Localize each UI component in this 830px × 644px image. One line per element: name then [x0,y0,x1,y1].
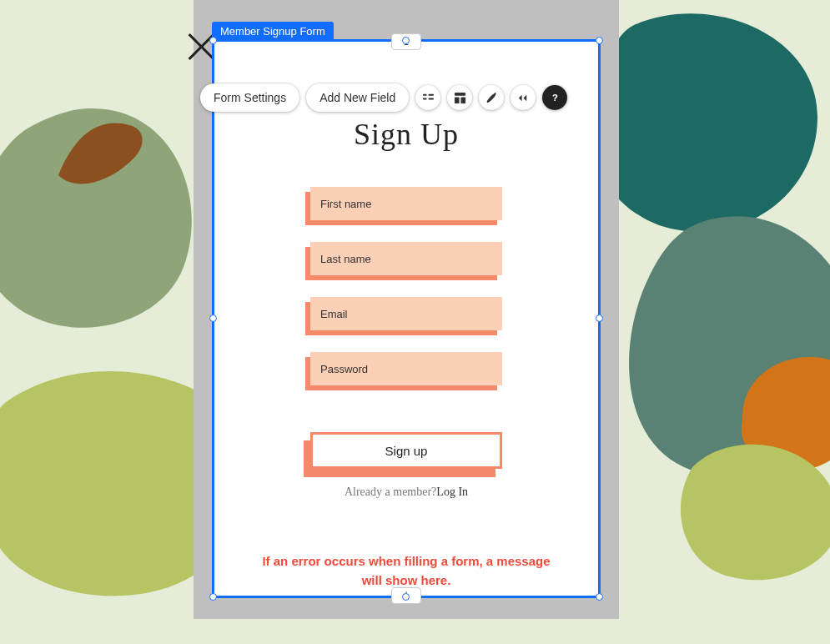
svg-text:?: ? [552,93,558,103]
last-name-input[interactable] [310,242,502,275]
form-settings-button[interactable]: Form Settings [200,83,299,112]
svg-rect-5 [455,97,460,103]
password-input[interactable] [310,352,502,385]
submit-wrap: Sign up [310,432,502,469]
resize-handle-tr[interactable] [596,37,603,44]
resize-handle-mr[interactable] [596,314,603,322]
animation-icon[interactable] [511,85,536,110]
field-last-name [310,242,502,275]
first-name-input[interactable] [310,187,502,220]
selection-label: Member Signup Form [212,22,334,42]
add-new-field-button[interactable]: Add New Field [306,83,409,112]
form-title: Sign Up [354,117,459,152]
resize-handle-tl[interactable] [209,37,217,44]
design-icon[interactable] [447,85,472,110]
layout-icon[interactable] [415,85,440,110]
field-password [310,352,502,385]
login-link[interactable]: Log In [436,486,468,498]
signup-button[interactable]: Sign up [310,432,502,469]
bg-blob [50,117,150,192]
svg-rect-4 [455,92,465,95]
signup-form: Sign Up Sign up Already a member?Log In … [214,42,598,606]
field-email [310,297,502,330]
email-input[interactable] [310,297,502,330]
help-icon[interactable]: ? [542,85,567,110]
resize-handle-tm[interactable] [402,37,410,44]
resize-handle-bm[interactable] [402,593,410,601]
field-first-name [310,187,502,220]
floating-toolbar: Form Settings Add New Field ? [200,83,567,112]
bg-blob [676,434,830,584]
brush-icon[interactable] [479,85,504,110]
svg-rect-6 [460,97,465,103]
error-message: If an error occurs when filling a form, … [256,552,556,590]
svg-rect-1 [428,93,434,95]
selected-element-frame[interactable]: Member Signup Form ⤓ ⤓ Sign Up Sign up [212,39,601,598]
already-member-label: Already a member? [345,486,436,498]
resize-handle-bl[interactable] [209,593,217,601]
resize-handle-ml[interactable] [209,314,217,322]
already-member-text: Already a member?Log In [345,486,468,499]
resize-handle-br[interactable] [596,593,603,601]
svg-rect-0 [423,93,427,95]
svg-rect-3 [428,98,434,99]
svg-rect-2 [423,98,427,99]
